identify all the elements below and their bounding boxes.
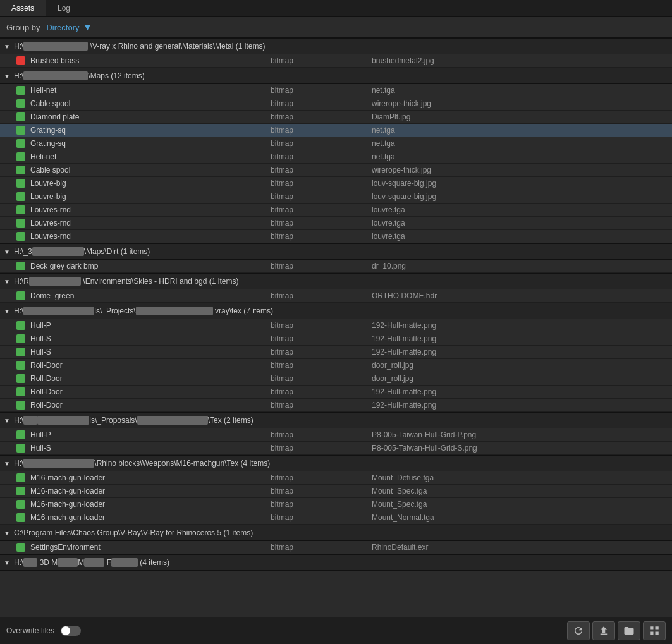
table-row[interactable]: Louvres-rndbitmaplouvre.tga (0, 217, 672, 230)
asset-name: Hull-S (30, 348, 271, 356)
table-row[interactable]: M16-mach-gun-loaderbitmapMount_Spec.tga (0, 498, 672, 511)
asset-name: Grating-sq (30, 126, 271, 135)
asset-status-icon (16, 430, 25, 439)
table-row[interactable]: Louvres-rndbitmaplouvre.tga (0, 230, 672, 243)
asset-status-icon (16, 334, 25, 343)
asset-name: Heli-net (30, 152, 271, 161)
asset-file: 192-Hull-matte.png (372, 321, 666, 330)
group-header[interactable]: ▼H:\mmmmmmmmmm \V-ray x Rhino and genera… (0, 38, 672, 54)
asset-type: bitmap (271, 430, 372, 439)
asset-name: Roll-Door (30, 374, 271, 383)
asset-file: louvre.tga (372, 232, 666, 241)
table-row[interactable]: M16-mach-gun-loaderbitmapMount_Defuse.tg… (0, 471, 672, 485)
group-header[interactable]: ▼H:\mmmmmmmmmmmls\_Projects\mmmmmmmmmmmm… (0, 303, 672, 319)
asset-type: bitmap (271, 166, 372, 174)
asset-type: bitmap (271, 513, 372, 522)
asset-file: louvre.tga (372, 219, 666, 228)
upload-button[interactable] (592, 621, 615, 640)
asset-file: net.tga (372, 152, 666, 161)
table-row[interactable]: SettingsEnvironmentbitmapRhinoDefault.ex… (0, 541, 672, 554)
asset-status-icon (16, 361, 25, 370)
asset-status-icon (16, 513, 25, 522)
table-row[interactable]: Louvre-bigbitmaplouv-square-big.jpg (0, 177, 672, 190)
table-row[interactable]: Roll-Doorbitmapdoor_roll.jpg (0, 372, 672, 386)
collapse-arrow-icon: ▼ (4, 559, 10, 566)
asset-file: P8-005-Taiwan-Hull-Grid-S.png (372, 444, 666, 453)
table-row[interactable]: Louvres-rndbitmaplouvre.tga (0, 204, 672, 217)
collapse-arrow-icon: ▼ (4, 278, 10, 285)
group-title: H:\mmmmmmmmmmmls\_Projects\mmmmmmmmmmmm … (14, 307, 273, 315)
asset-type: bitmap (271, 112, 372, 121)
asset-file: ORTHO DOME.hdr (372, 291, 666, 300)
asset-name: M16-mach-gun-loader (30, 513, 271, 522)
asset-file: louv-square-big.jpg (372, 179, 666, 188)
asset-type: bitmap (271, 205, 372, 214)
table-row[interactable]: Hull-Sbitmap192-Hull-matte.png (0, 346, 672, 359)
asset-status-icon (16, 444, 25, 453)
group-header[interactable]: ▼H:\_3mmmmmmmm\Maps\Dirt (1 items) (0, 243, 672, 260)
asset-file: net.tga (372, 126, 666, 135)
asset-file: 192-Hull-matte.png (372, 401, 666, 410)
asset-name: Roll-Door (30, 361, 271, 370)
table-row[interactable]: Heli-netbitmapnet.tga (0, 84, 672, 97)
table-row[interactable]: M16-mach-gun-loaderbitmapMount_Normal.tg… (0, 511, 672, 525)
refresh-button[interactable] (567, 621, 590, 640)
table-row[interactable]: Heli-netbitmapnet.tga (0, 150, 672, 164)
group-by-select[interactable]: Directory ▼ (46, 22, 92, 32)
asset-status-icon (16, 166, 25, 174)
grid-icon (649, 625, 660, 636)
grid-button[interactable] (643, 621, 666, 640)
table-row[interactable]: Grating-sqbitmapnet.tga (0, 137, 672, 150)
tab-log[interactable]: Log (46, 0, 82, 16)
table-row[interactable]: Dome_greenbitmapORTHO DOME.hdr (0, 289, 672, 303)
group-header[interactable]: ▼H:\mmmmmmmmmm\Maps (12 items) (0, 68, 672, 84)
table-row[interactable]: Cable spoolbitmapwirerope-thick.jpg (0, 97, 672, 111)
table-row[interactable]: Hull-PbitmapP8-005-Taiwan-Hull-Grid-P.pn… (0, 428, 672, 442)
table-row[interactable]: Roll-Doorbitmap192-Hull-matte.png (0, 399, 672, 412)
folder-icon (623, 625, 635, 636)
asset-status-icon (16, 192, 25, 201)
collapse-arrow-icon: ▼ (4, 460, 10, 467)
table-row[interactable]: Grating-sqbitmapnet.tga (0, 124, 672, 137)
overwrite-files-label: Overwrite files (6, 626, 54, 635)
asset-type: bitmap (271, 56, 372, 65)
table-row[interactable]: Brushed brassbitmapbrushedmetal2.jpg (0, 54, 672, 68)
group-title: H:\mmmmmmmmmm\Maps (12 items) (14, 71, 145, 80)
asset-status-icon (16, 473, 25, 482)
asset-type: bitmap (271, 361, 372, 370)
asset-type: bitmap (271, 473, 372, 482)
group-header[interactable]: ▼H:\mmmmmmmmmmls\_Proposals\mmmmmmmmmmm\… (0, 412, 672, 428)
table-row[interactable]: Cable spoolbitmapwirerope-thick.jpg (0, 164, 672, 177)
asset-status-icon (16, 126, 25, 135)
asset-type: bitmap (271, 348, 372, 356)
asset-name: Hull-P (30, 430, 271, 439)
asset-file: P8-005-Taiwan-Hull-Grid-P.png (372, 430, 666, 439)
table-row[interactable]: Hull-Sbitmap192-Hull-matte.png (0, 332, 672, 346)
folder-button[interactable] (618, 621, 640, 640)
table-row[interactable]: Diamond platebitmapDiamPlt.jpg (0, 111, 672, 124)
table-row[interactable]: Roll-Doorbitmapdoor_roll.jpg (0, 359, 672, 372)
tab-assets[interactable]: Assets (0, 0, 46, 16)
group-title: H:\Rmmmmmmmm \Environments\Skies - HDRI … (14, 277, 238, 286)
group-header[interactable]: ▼H:\mmmmmmmmmmm\Rhino blocks\Weapons\M16… (0, 455, 672, 471)
asset-name: Hull-S (30, 334, 271, 343)
bottom-buttons (567, 621, 666, 640)
upload-icon (598, 625, 609, 636)
asset-name: Louvres-rnd (30, 205, 271, 214)
table-row[interactable]: Louvre-bigbitmaplouv-square-big.jpg (0, 190, 672, 204)
tab-bar: Assets Log (0, 0, 672, 17)
table-row[interactable]: Roll-Doorbitmap192-Hull-matte.png (0, 386, 672, 399)
table-row[interactable]: Hull-Pbitmap192-Hull-matte.png (0, 319, 672, 332)
asset-name: Louvre-big (30, 179, 271, 188)
asset-status-icon (16, 179, 25, 188)
asset-status-icon (16, 219, 25, 228)
table-row[interactable]: Hull-SbitmapP8-005-Taiwan-Hull-Grid-S.pn… (0, 442, 672, 455)
asset-name: M16-mach-gun-loader (30, 500, 271, 509)
table-row[interactable]: Deck grey dark bmpbitmapdr_10.png (0, 260, 672, 273)
group-header[interactable]: ▼H:\mm 3D MmmmMmmm Fmmmm (4 items) (0, 554, 672, 571)
group-header[interactable]: ▼C:\Program Files\Chaos Group\V-Ray\V-Ra… (0, 525, 672, 541)
group-header[interactable]: ▼H:\Rmmmmmmmm \Environments\Skies - HDRI… (0, 273, 672, 289)
asset-status-icon (16, 99, 25, 108)
table-row[interactable]: M16-mach-gun-loaderbitmapMount_Spec.tga (0, 485, 672, 498)
overwrite-toggle[interactable] (61, 626, 81, 636)
